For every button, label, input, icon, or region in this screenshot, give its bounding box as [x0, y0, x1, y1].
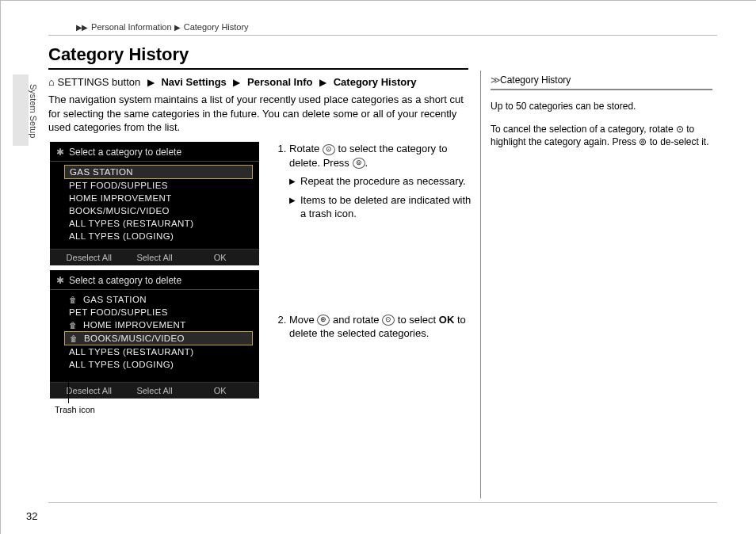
list-item: ALL TYPES (LODGING) — [64, 358, 253, 371]
list-item-label: GAS STATION — [70, 167, 133, 177]
rotate-dial-icon: ⊙ — [382, 315, 395, 326]
sidebar-tip: Up to 50 categories can be stored. — [491, 100, 712, 113]
step-1: Rotate ⊙ to select the category to delet… — [289, 142, 473, 305]
list-item: 🗑HOME IMPROVEMENT — [64, 318, 253, 331]
list-item-label: ALL TYPES (RESTAURANT) — [69, 219, 193, 228]
chevron-right-icon: ▶ — [147, 77, 155, 88]
select-all-button: Select All — [122, 253, 188, 262]
list-item: ALL TYPES (RESTAURANT) — [64, 217, 253, 230]
list-item-label: BOOKS/MUSIC/VIDEO — [84, 334, 185, 343]
screenshot-delete-list-marked: ✱Select a category to delete 🗑GAS STATIO… — [50, 270, 259, 399]
press-button-icon: ⊚ — [639, 136, 647, 147]
chevron-right-icon: ▶ — [233, 77, 240, 88]
page-number: 32 — [26, 510, 37, 522]
breadcrumb: ▶▶ Personal Information ▶ Category Histo… — [76, 22, 249, 32]
ok-button: OK — [187, 253, 253, 262]
list-item: PET FOOD/SUPPLIES — [64, 306, 253, 318]
breadcrumb-parent: Personal Information — [91, 22, 172, 32]
list-item-label: ALL TYPES (LODGING) — [69, 360, 174, 369]
gear-icon: ✱ — [56, 275, 66, 286]
rotate-dial-icon: ⊙ — [676, 124, 684, 135]
step-2: Move ⊕ and rotate ⊙ to select OK to dele… — [289, 313, 473, 341]
side-tab — [13, 74, 29, 146]
screenshot-header-text: Select a category to delete — [69, 275, 181, 286]
settings-prefix: SETTINGS button — [57, 76, 140, 88]
select-all-button: Select All — [122, 386, 188, 395]
section-label: System Setup — [29, 84, 38, 138]
list-item: BOOKS/MUSIC/VIDEO — [64, 204, 253, 217]
list-item: ALL TYPES (RESTAURANT) — [64, 345, 253, 358]
page-title: Category History — [48, 44, 189, 65]
divider — [48, 502, 717, 503]
list-item-label: ALL TYPES (RESTAURANT) — [69, 347, 193, 357]
navpath-item: Navi Settings — [161, 76, 226, 88]
list-item-label: HOME IMPROVEMENT — [69, 193, 172, 203]
instruction-steps: Rotate ⊙ to select the category to delet… — [275, 142, 473, 349]
trash-icon: 🗑 — [69, 321, 78, 330]
chevron-right-icon: ▶ — [319, 77, 326, 88]
step-1-sub: Items to be deleted are indicated with a… — [289, 193, 473, 221]
step-1-sub: Repeat the procedure as necessary. — [289, 174, 473, 189]
settings-path: ⌂ SETTINGS button ▶ Navi Settings ▶ Pers… — [48, 76, 416, 88]
screenshot-header: ✱Select a category to delete — [50, 270, 259, 290]
trash-icon: 🗑 — [70, 334, 79, 343]
list-item: 🗑BOOKS/MUSIC/VIDEO — [64, 331, 253, 345]
chevron-right-icon: ▶▶ — [76, 23, 87, 32]
sidebar-heading: ≫Category History — [491, 74, 712, 90]
list-item-label: GAS STATION — [83, 295, 147, 304]
breadcrumb-current: Category History — [184, 22, 249, 32]
press-button-icon: ⊚ — [353, 158, 365, 169]
list-item: HOME IMPROVEMENT — [64, 192, 253, 204]
sidebar-tips: ≫Category History Up to 50 categories ca… — [491, 74, 712, 158]
callout-line — [68, 349, 69, 403]
screenshot-delete-list: ✱Select a category to delete GAS STATION… — [50, 142, 259, 265]
list-item-label: HOME IMPROVEMENT — [83, 320, 186, 330]
chevron-right-icon: ▶ — [174, 23, 180, 32]
navpath-item: Personal Info — [247, 76, 312, 88]
screenshot-footer: Deselect All Select All OK — [50, 382, 259, 399]
list-item-label: ALL TYPES (LODGING) — [69, 231, 174, 241]
divider — [480, 71, 481, 498]
chevron-right-icon: ≫ — [491, 74, 498, 86]
list-item: GAS STATION — [64, 165, 253, 179]
divider — [48, 35, 717, 36]
gear-icon: ✱ — [56, 147, 66, 158]
ok-button: OK — [187, 386, 253, 395]
rotate-dial-icon: ⊙ — [323, 144, 335, 155]
divider — [48, 68, 468, 70]
deselect-all-button: Deselect All — [56, 253, 122, 262]
screenshot-header: ✱Select a category to delete — [50, 142, 259, 162]
list-item: PET FOOD/SUPPLIES — [64, 179, 253, 192]
list-item: ALL TYPES (LODGING) — [64, 230, 253, 242]
callout-label: Trash icon — [55, 405, 95, 414]
deselect-all-button: Deselect All — [56, 386, 122, 395]
intro-paragraph: The navigation system maintains a list o… — [48, 93, 476, 135]
settings-button-icon: ⌂ — [48, 76, 57, 88]
screenshot-footer: Deselect All Select All OK — [50, 249, 259, 265]
navpath-item: Category History — [334, 76, 417, 88]
move-joystick-icon: ⊕ — [317, 315, 330, 326]
trash-icon: 🗑 — [69, 296, 78, 304]
list-item-label: PET FOOD/SUPPLIES — [69, 181, 168, 190]
list-item-label: BOOKS/MUSIC/VIDEO — [69, 206, 170, 216]
list-item-label: PET FOOD/SUPPLIES — [69, 307, 168, 317]
list-item: 🗑GAS STATION — [64, 293, 253, 306]
screenshot-header-text: Select a category to delete — [69, 147, 181, 158]
sidebar-tip: To cancel the selection of a category, r… — [491, 123, 712, 150]
